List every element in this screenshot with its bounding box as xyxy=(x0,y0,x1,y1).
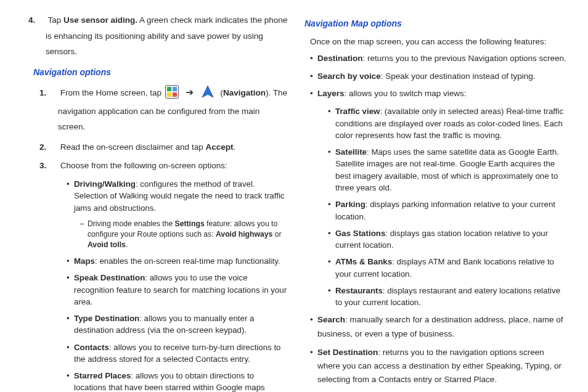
dash-or: or xyxy=(272,230,281,239)
left-column: 4. Tap Use sensor aiding. A green check … xyxy=(22,12,288,392)
sub-title: Gas Stations xyxy=(335,229,385,238)
dash-dot: . xyxy=(126,240,128,249)
bullet-destination: Destination: returns you to the previous… xyxy=(310,52,567,65)
navigation-arrow-icon xyxy=(201,85,214,104)
bullet-title: Driving/Walking xyxy=(74,179,136,189)
layers-sub-list: Traffic view: (available only in selecte… xyxy=(328,105,567,308)
step1-part1: From the Home screen, tap xyxy=(60,88,164,97)
document-page: 4. Tap Use sensor aiding. A green check … xyxy=(0,0,588,392)
two-column-layout: 4. Tap Use sensor aiding. A green check … xyxy=(22,12,567,392)
bullet-set-destination: Set Destination: returns you to the navi… xyxy=(310,346,567,387)
step-number: 2. xyxy=(39,141,58,153)
bullet-speak-destination: Speak Destination: allows you to use the… xyxy=(67,272,288,308)
step-bold: Use sensor aiding. xyxy=(63,15,137,25)
bullet-title: Search by voice xyxy=(317,71,381,81)
dash-pre: Driving mode enables the xyxy=(88,219,175,228)
bullet-text: : manually search for a destination addr… xyxy=(317,315,563,338)
bullet-title: Destination xyxy=(317,54,363,63)
options-bullet-list-cont: Maps: enables the on-screen real-time ma… xyxy=(67,255,288,392)
step-number: 4. xyxy=(28,12,46,28)
sub-bullet-driving-mode: Driving mode enables the Settings featur… xyxy=(80,219,288,250)
bullet-type-destination: Type Destination: allows you to manually… xyxy=(67,312,288,337)
bullet-layers: Layers: allows you to switch map views: xyxy=(310,88,567,100)
apps-grid-icon xyxy=(165,85,179,104)
bullet-title: Set Destination xyxy=(317,348,378,357)
arrow-icon: ➔ xyxy=(186,87,194,98)
avoid-tolls: Avoid tolls xyxy=(88,240,126,249)
bullet-maps: Maps: enables the on-screen real-time ma… xyxy=(67,255,288,267)
dot: . xyxy=(233,142,235,152)
sub-satellite: Satellite: Maps uses the same satellite … xyxy=(328,146,567,194)
bullet-title: Speak Destination xyxy=(74,273,145,282)
step2-text: Read the on-screen disclaimer and tap xyxy=(60,142,206,152)
bullet-contacts: Contacts: allows you to receive turn-by-… xyxy=(67,341,288,365)
svg-rect-3 xyxy=(167,92,171,97)
right-column: Navigation Map options Once on the map s… xyxy=(301,12,567,392)
bullet-search-by-voice: Search by voice: Speak your destination … xyxy=(310,70,567,83)
sub-title: ATMs & Banks xyxy=(335,257,392,266)
bullet-title: Search xyxy=(317,315,345,324)
sub-traffic-view: Traffic view: (available only in selecte… xyxy=(328,105,567,141)
svg-rect-2 xyxy=(173,87,177,91)
svg-rect-1 xyxy=(167,87,171,91)
navigation-label: Navigation xyxy=(223,88,266,97)
bullet-search: Search: manually search for a destinatio… xyxy=(310,313,567,341)
step3-text: Choose from the following on-screen opti… xyxy=(60,161,227,170)
bullet-title: Layers xyxy=(317,89,345,98)
settings-bold: Settings xyxy=(175,219,205,228)
sub-restaurants: Restaurants: displays restaurant and eat… xyxy=(328,285,567,309)
bullet-title: Type Destination xyxy=(74,314,139,323)
sub-text: : displays parking information relative … xyxy=(335,200,555,221)
sub-title: Satellite xyxy=(335,147,367,157)
heading-navigation-map-options: Navigation Map options xyxy=(304,17,567,31)
bullet-text: : enables the on-screen real-time map fu… xyxy=(95,256,280,266)
sub-title: Traffic view xyxy=(335,107,380,116)
sub-parking: Parking: displays parking information re… xyxy=(328,198,567,223)
step-1: 1. From the Home screen, tap ➔ xyxy=(58,84,288,135)
sub-title: Parking xyxy=(335,200,365,209)
step-number: 1. xyxy=(39,86,58,101)
heading-navigation-options: Navigation options xyxy=(33,66,288,80)
step-3: 3. Choose from the following on-screen o… xyxy=(58,160,288,172)
sub-gas-stations: Gas Stations: displays gas station locat… xyxy=(328,227,567,251)
bullet-text: : Speak your destination instead of typi… xyxy=(381,71,536,81)
options-bullet-list: Driving/Walking: configures the method o… xyxy=(67,178,288,214)
bullet-title: Contacts xyxy=(74,343,109,352)
step-text-pre: Tap xyxy=(48,15,64,25)
bullet-text: : returns you to the previous Navigation… xyxy=(363,54,566,63)
avoid-highways: Avoid highways xyxy=(216,230,272,239)
sub-title: Restaurants xyxy=(335,286,383,295)
svg-rect-4 xyxy=(173,92,177,97)
sub-atms-banks: ATMs & Banks: displays ATM and Bank loca… xyxy=(328,256,567,280)
step-2: 2. Read the on-screen disclaimer and tap… xyxy=(58,141,288,153)
intro-text: Once on the map screen, you can access t… xyxy=(310,36,567,49)
step-4: 4. Tap Use sensor aiding. A green check … xyxy=(46,12,288,60)
bullet-title: Starred Places xyxy=(74,371,131,380)
step-number: 3. xyxy=(39,160,58,172)
bullet-starred-places: Starred Places: allows you to obtain dir… xyxy=(67,370,288,392)
sub-text: : Maps uses the same satellite data as G… xyxy=(335,147,559,192)
bullet-title: Maps xyxy=(74,256,95,266)
bullet-driving-walking: Driving/Walking: configures the method o… xyxy=(67,178,288,214)
bullet-text: : allows you to switch map views: xyxy=(345,89,467,98)
accept-label: Accept xyxy=(205,142,233,152)
